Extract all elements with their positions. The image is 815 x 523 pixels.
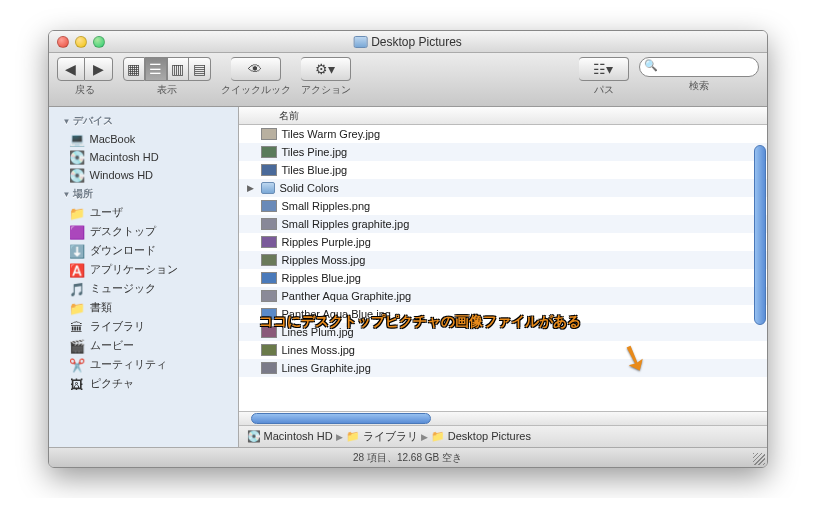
place-icon: 📁 [69, 301, 85, 315]
sidebar-place-item[interactable]: 📁ユーザ [49, 203, 238, 222]
place-icon: 🅰️ [69, 263, 85, 277]
column-name-header[interactable]: 名前 [279, 109, 299, 123]
folder-icon [353, 36, 367, 48]
sidebar-places-header[interactable]: 場所 [49, 184, 238, 203]
sidebar-place-item[interactable]: 🟪デスクトップ [49, 222, 238, 241]
sidebar-item-label: デスクトップ [90, 224, 156, 239]
action-label: アクション [301, 83, 351, 97]
sidebar-place-item[interactable]: 🏛ライブラリ [49, 317, 238, 336]
quicklook-label: クイックルック [221, 83, 291, 97]
zoom-button[interactable] [93, 36, 105, 48]
file-thumbnail-icon [261, 308, 277, 320]
file-row[interactable]: Small Ripples.png [239, 197, 767, 215]
sidebar-place-item[interactable]: ⬇️ダウンロード [49, 241, 238, 260]
sidebar-item-label: アプリケーション [90, 262, 178, 277]
path-label: パス [594, 83, 614, 97]
coverflow-view-button[interactable]: ▤ [189, 57, 211, 81]
sidebar-device-item[interactable]: 💽Macintosh HD [49, 148, 238, 166]
file-name: Ripples Moss.jpg [282, 254, 366, 266]
file-name: Panther Aqua Blue.jpg [282, 308, 391, 320]
path-segment[interactable]: 💽 Macintosh HD [247, 430, 333, 443]
sidebar-place-item[interactable]: 🅰️アプリケーション [49, 260, 238, 279]
path-icon: 💽 [247, 430, 261, 442]
file-thumbnail-icon [261, 254, 277, 266]
quicklook-button[interactable]: 👁 [231, 57, 281, 81]
sidebar-devices-header[interactable]: デバイス [49, 111, 238, 130]
file-row[interactable]: Ripples Purple.jpg [239, 233, 767, 251]
file-name: Panther Aqua Graphite.jpg [282, 290, 412, 302]
sidebar-place-item[interactable]: 📁書類 [49, 298, 238, 317]
horizontal-scrollbar-track[interactable] [239, 411, 767, 425]
file-thumbnail-icon [261, 146, 277, 158]
traffic-lights [49, 36, 105, 48]
file-row[interactable]: Panther Aqua Blue.jpg [239, 305, 767, 323]
nav-label: 戻る [75, 83, 95, 97]
path-button[interactable]: ☷▾ [579, 57, 629, 81]
column-view-button[interactable]: ▥ [167, 57, 189, 81]
sidebar-place-item[interactable]: 🖼ピクチャ [49, 374, 238, 393]
path-segment[interactable]: 📁 ライブラリ [346, 429, 418, 444]
file-name: Ripples Purple.jpg [282, 236, 371, 248]
sidebar-item-label: 書類 [90, 300, 112, 315]
file-row[interactable]: Lines Plum.jpg [239, 323, 767, 341]
path-separator-icon: ▶ [336, 432, 343, 442]
file-row[interactable]: Lines Graphite.jpg [239, 359, 767, 377]
list-view-button[interactable]: ☰ [145, 57, 167, 81]
file-name: Ripples Blue.jpg [282, 272, 362, 284]
sidebar-item-label: ミュージック [90, 281, 156, 296]
file-thumbnail-icon [261, 326, 277, 338]
file-thumbnail-icon [261, 362, 277, 374]
file-row[interactable]: Tiles Warm Grey.jpg [239, 125, 767, 143]
icon-view-button[interactable]: ▦ [123, 57, 145, 81]
sidebar-place-item[interactable]: 🎬ムービー [49, 336, 238, 355]
view-label: 表示 [157, 83, 177, 97]
file-name: Tiles Blue.jpg [282, 164, 348, 176]
file-row[interactable]: Lines Moss.jpg [239, 341, 767, 359]
vertical-scrollbar[interactable] [754, 145, 766, 325]
path-icon: 📁 [431, 430, 445, 442]
action-button[interactable]: ⚙▾ [301, 57, 351, 81]
close-button[interactable] [57, 36, 69, 48]
file-row[interactable]: Ripples Blue.jpg [239, 269, 767, 287]
horizontal-scrollbar[interactable] [251, 413, 431, 424]
sidebar-place-item[interactable]: ✂️ユーティリティ [49, 355, 238, 374]
window-title: Desktop Pictures [353, 35, 462, 49]
file-name: Lines Graphite.jpg [282, 362, 371, 374]
title-text: Desktop Pictures [371, 35, 462, 49]
sidebar-item-label: Macintosh HD [90, 151, 159, 163]
resize-handle[interactable] [753, 453, 765, 465]
file-thumbnail-icon [261, 290, 277, 302]
device-icon: 💽 [69, 150, 85, 164]
status-bar: 28 項目、12.68 GB 空き [49, 447, 767, 467]
file-row[interactable]: Tiles Blue.jpg [239, 161, 767, 179]
nav-group: ◀ ▶ 戻る [57, 57, 113, 97]
file-list[interactable]: Tiles Warm Grey.jpgTiles Pine.jpgTiles B… [239, 125, 767, 411]
sidebar-device-item[interactable]: 💻MacBook [49, 130, 238, 148]
file-row[interactable]: Small Ripples graphite.jpg [239, 215, 767, 233]
search-input[interactable] [639, 57, 759, 77]
file-row[interactable]: Tiles Pine.jpg [239, 143, 767, 161]
back-button[interactable]: ◀ [57, 57, 85, 81]
sidebar-device-item[interactable]: 💽Windows HD [49, 166, 238, 184]
file-row[interactable]: Panther Aqua Graphite.jpg [239, 287, 767, 305]
file-thumbnail-icon [261, 128, 277, 140]
titlebar[interactable]: Desktop Pictures [49, 31, 767, 53]
file-name: Small Ripples.png [282, 200, 371, 212]
file-name: Tiles Pine.jpg [282, 146, 348, 158]
sidebar[interactable]: デバイス 💻MacBook💽Macintosh HD💽Windows HD 場所… [49, 107, 239, 447]
place-icon: 🎵 [69, 282, 85, 296]
forward-button[interactable]: ▶ [85, 57, 113, 81]
path-bar: 💽 Macintosh HD▶📁 ライブラリ▶📁 Desktop Picture… [239, 425, 767, 447]
path-group: ☷▾ パス [579, 57, 629, 97]
window-body: デバイス 💻MacBook💽Macintosh HD💽Windows HD 場所… [49, 107, 767, 447]
disclosure-triangle-icon[interactable]: ▶ [247, 183, 259, 193]
sidebar-item-label: MacBook [90, 133, 136, 145]
minimize-button[interactable] [75, 36, 87, 48]
column-header[interactable]: 名前 [239, 107, 767, 125]
search-group: 検索 [639, 57, 759, 93]
file-row[interactable]: Ripples Moss.jpg [239, 251, 767, 269]
sidebar-place-item[interactable]: 🎵ミュージック [49, 279, 238, 298]
finder-window: Desktop Pictures ◀ ▶ 戻る ▦ ☰ ▥ ▤ 表示 👁 クイッ… [48, 30, 768, 468]
path-segment[interactable]: 📁 Desktop Pictures [431, 430, 531, 443]
file-row[interactable]: ▶Solid Colors [239, 179, 767, 197]
